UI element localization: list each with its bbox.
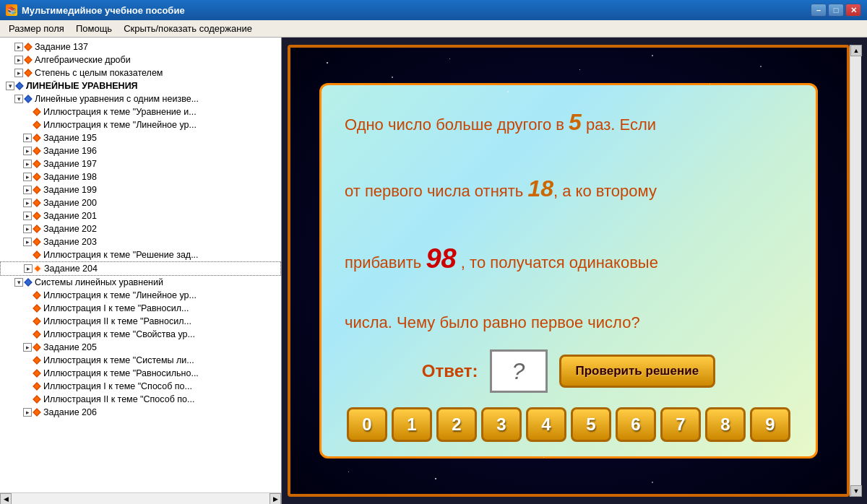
number-btn-5[interactable]: 5	[571, 407, 611, 442]
tree-item[interactable]: ▸Задание 199	[0, 183, 281, 196]
tree-item[interactable]: ▾Линейные уравнения с одним неизве...	[0, 92, 281, 105]
tree-item[interactable]: ▸Задание 137	[0, 40, 281, 53]
tree-item-icon	[24, 43, 32, 51]
tree-item[interactable]: ▸Задание 205	[0, 341, 281, 354]
tree-item[interactable]: Иллюстрация к теме "Линейное ур...	[0, 289, 281, 302]
tree-item[interactable]: ▸Задание 195	[0, 131, 281, 144]
tree-item-icon	[33, 160, 40, 168]
expand-btn[interactable]: ▸	[14, 69, 23, 77]
tree-item-label: Задание 203	[43, 237, 97, 247]
close-button[interactable]: ✕	[845, 4, 861, 17]
tree-item[interactable]: Иллюстрация к теме "Системы ли...	[0, 354, 281, 367]
tree-item-icon	[33, 199, 40, 207]
tree-item[interactable]: ▸Задание 201	[0, 209, 281, 222]
tree-item-icon	[33, 317, 40, 325]
tree-item[interactable]: ▸Задание 206	[0, 406, 281, 419]
menu-size[interactable]: Размер поля	[3, 22, 70, 35]
number-buttons-row: 0123456789	[345, 407, 793, 442]
expand-btn[interactable]: ▸	[23, 408, 32, 417]
tree-item[interactable]: ▸Задание 203	[0, 235, 281, 248]
tree-item[interactable]: Иллюстрация к теме "Уравнение и...	[0, 105, 281, 118]
tree-item[interactable]: ▸Задание 204	[0, 261, 281, 276]
expand-btn[interactable]: ▸	[23, 212, 32, 220]
answer-input[interactable]: ?	[490, 349, 548, 393]
menu-help[interactable]: Помощь	[70, 22, 118, 35]
expand-placeholder	[23, 382, 32, 391]
number-btn-2[interactable]: 2	[436, 407, 477, 442]
collapse-btn[interactable]: ▾	[14, 278, 23, 287]
expand-btn[interactable]: ▸	[23, 134, 32, 142]
tree-item-icon	[33, 121, 40, 129]
expand-placeholder	[23, 395, 32, 404]
tree-item-label: Задание 137	[35, 42, 88, 52]
right-scrollbar[interactable]: ▲ ▼	[850, 45, 861, 497]
tree-item-label: Иллюстрация к теме "Уравнение и...	[43, 107, 197, 117]
tree-item[interactable]: Иллюстрация II к теме "Равносил...	[0, 315, 281, 328]
tree-item[interactable]: ▾ЛИНЕЙНЫЕ УРАВНЕНИЯ	[0, 79, 281, 92]
number-btn-9[interactable]: 9	[750, 407, 790, 442]
number-18: 18	[527, 175, 553, 201]
expand-placeholder	[23, 108, 32, 116]
expand-btn[interactable]: ▸	[14, 43, 23, 51]
expand-btn[interactable]: ▸	[24, 264, 33, 273]
tree-container[interactable]: ▸Задание 137▸Алгебраические дроби▸Степен…	[0, 38, 281, 492]
number-btn-3[interactable]: 3	[481, 407, 522, 442]
scroll-left-btn[interactable]: ◀	[0, 493, 12, 505]
problem-line2: от первого числа отнять	[345, 182, 523, 200]
tree-item-icon	[24, 95, 32, 103]
tree-item[interactable]: Иллюстрация к теме "Линейное ур...	[0, 118, 281, 131]
check-solution-button[interactable]: Проверить решение	[559, 355, 716, 388]
expand-btn[interactable]: ▸	[14, 56, 23, 64]
expand-btn[interactable]: ▸	[23, 238, 32, 246]
expand-btn[interactable]: ▸	[23, 343, 32, 352]
scroll-down-btn[interactable]: ▼	[850, 485, 862, 497]
tree-item[interactable]: Иллюстрация к теме "Решение зад...	[0, 248, 281, 261]
tree-item[interactable]: ▸Задание 197	[0, 157, 281, 170]
tree-item[interactable]: ▸Степень с целым показателем	[0, 66, 281, 79]
number-btn-6[interactable]: 6	[616, 407, 656, 442]
problem-line1b: раз. Если	[586, 116, 656, 134]
expand-btn[interactable]: ▸	[23, 147, 32, 155]
maximize-button[interactable]: □	[828, 4, 844, 17]
tree-item-label: Иллюстрация I к теме "Способ по...	[43, 381, 192, 391]
minimize-button[interactable]: –	[811, 4, 827, 17]
tree-item-icon	[33, 343, 40, 351]
tree-item[interactable]: ▸Задание 202	[0, 222, 281, 235]
collapse-btn[interactable]: ▾	[6, 82, 14, 90]
tree-item[interactable]: Иллюстрация I к теме "Способ по...	[0, 380, 281, 393]
tree-item[interactable]: Иллюстрация II к теме "Способ по...	[0, 393, 281, 406]
number-btn-7[interactable]: 7	[660, 407, 701, 442]
number-98: 98	[426, 243, 456, 274]
tree-item[interactable]: Иллюстрация к теме "Равносильно...	[0, 367, 281, 380]
scroll-track[interactable]	[12, 493, 269, 505]
expand-placeholder	[23, 356, 32, 365]
menu-toggle-content[interactable]: Скрыть/показать содержание	[118, 22, 258, 35]
tree-item[interactable]: ▸Алгебраические дроби	[0, 53, 281, 66]
horizontal-scrollbar[interactable]: ◀ ▶	[0, 492, 281, 504]
tree-item[interactable]: ▸Задание 200	[0, 196, 281, 209]
number-btn-0[interactable]: 0	[347, 407, 387, 442]
content-area: Одно число больше другого в 5 раз. Если …	[282, 42, 867, 500]
number-btn-8[interactable]: 8	[705, 407, 746, 442]
tree-item[interactable]: Иллюстрация I к теме "Равносил...	[0, 302, 281, 315]
tree-item-icon	[33, 304, 40, 312]
tree-item-icon	[33, 382, 40, 390]
tree-item-icon	[33, 238, 40, 246]
tree-item-icon	[33, 173, 40, 181]
scroll-up-btn[interactable]: ▲	[850, 45, 862, 56]
expand-btn[interactable]: ▸	[23, 199, 32, 207]
collapse-btn[interactable]: ▾	[14, 95, 23, 103]
tree-item[interactable]: Иллюстрация к теме "Свойства ур...	[0, 328, 281, 341]
tree-item[interactable]: ▾Системы линейных уравнений	[0, 276, 281, 289]
tree-item-icon	[33, 330, 40, 338]
expand-btn[interactable]: ▸	[23, 186, 32, 194]
tree-item[interactable]: ▸Задание 198	[0, 170, 281, 183]
number-btn-4[interactable]: 4	[526, 407, 566, 442]
answer-placeholder: ?	[512, 358, 525, 385]
expand-btn[interactable]: ▸	[23, 173, 32, 181]
tree-item[interactable]: ▸Задание 196	[0, 144, 281, 157]
expand-btn[interactable]: ▸	[23, 160, 32, 168]
expand-btn[interactable]: ▸	[23, 225, 32, 233]
number-btn-1[interactable]: 1	[392, 407, 432, 442]
scroll-right-btn[interactable]: ▶	[269, 493, 281, 505]
